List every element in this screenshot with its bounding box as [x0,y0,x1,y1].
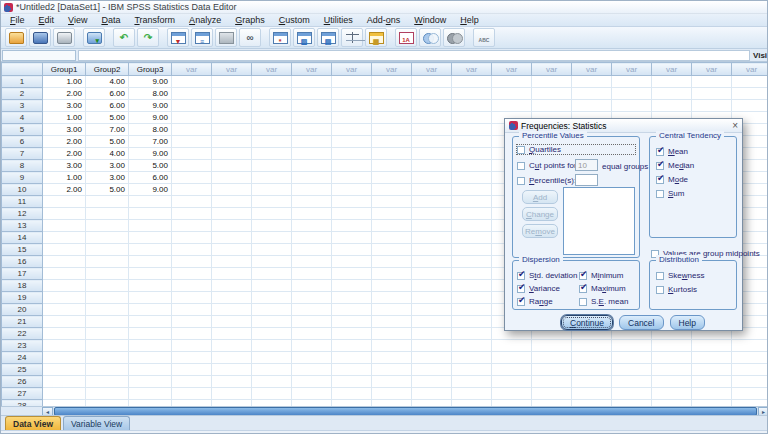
data-cell[interactable]: 1.00 [43,172,86,184]
data-cell[interactable] [532,76,572,88]
row-header[interactable]: 6 [2,136,43,148]
undo-button[interactable]: ↶ [113,28,135,47]
data-cell[interactable] [372,256,412,268]
data-cell[interactable] [212,388,252,400]
data-cell[interactable] [292,148,332,160]
data-cell[interactable] [732,100,768,112]
data-cell[interactable] [172,244,212,256]
data-cell[interactable] [292,388,332,400]
split-file-button[interactable]: ▤ [317,28,339,47]
data-cell[interactable] [332,76,372,88]
data-cell[interactable]: 7.00 [129,136,172,148]
data-cell[interactable] [412,376,452,388]
data-cell[interactable] [212,256,252,268]
data-cell[interactable] [412,352,452,364]
data-cell[interactable] [572,88,612,100]
data-cell[interactable]: 1.00 [43,112,86,124]
data-cell[interactable] [129,208,172,220]
data-cell[interactable] [332,232,372,244]
data-cell[interactable] [372,388,412,400]
percentiles-listbox[interactable] [563,187,635,255]
data-cell[interactable] [372,172,412,184]
data-cell[interactable] [332,304,372,316]
cut-points-checkbox[interactable]: Cut points for: [517,160,579,171]
data-cell[interactable] [532,364,572,376]
data-cell[interactable] [572,352,612,364]
data-cell[interactable] [372,268,412,280]
row-header[interactable]: 20 [2,304,43,316]
data-cell[interactable] [172,388,212,400]
menu-transform[interactable]: Transform [127,14,182,26]
data-cell[interactable] [43,196,86,208]
data-cell[interactable] [292,376,332,388]
column-header-var[interactable]: var [172,63,212,76]
data-cell[interactable] [332,208,372,220]
weight-cases-button[interactable] [341,28,363,47]
data-cell[interactable] [43,328,86,340]
data-cell[interactable] [492,76,532,88]
data-cell[interactable] [412,88,452,100]
data-cell[interactable] [492,364,532,376]
data-cell[interactable] [612,340,652,352]
data-cell[interactable] [172,184,212,196]
redo-button[interactable]: ↷ [137,28,159,47]
data-cell[interactable] [252,148,292,160]
data-cell[interactable] [532,88,572,100]
data-cell[interactable] [412,388,452,400]
data-cell[interactable] [43,292,86,304]
data-cell[interactable] [652,388,692,400]
data-cell[interactable] [172,364,212,376]
data-cell[interactable] [212,328,252,340]
data-cell[interactable] [692,376,732,388]
data-cell[interactable] [572,388,612,400]
data-cell[interactable] [172,280,212,292]
data-cell[interactable] [612,352,652,364]
data-cell[interactable] [372,316,412,328]
data-cell[interactable]: 3.00 [43,100,86,112]
data-cell[interactable] [452,148,492,160]
data-cell[interactable] [172,148,212,160]
column-header-group3[interactable]: Group3 [129,63,172,76]
data-cell[interactable] [732,76,768,88]
column-header-var[interactable]: var [212,63,252,76]
menu-view[interactable]: View [61,14,94,26]
data-cell[interactable] [412,280,452,292]
data-cell[interactable] [252,340,292,352]
data-cell[interactable] [372,364,412,376]
data-cell[interactable] [412,172,452,184]
data-cell[interactable] [292,244,332,256]
data-cell[interactable]: 7.00 [86,124,129,136]
data-cell[interactable] [86,388,129,400]
data-cell[interactable] [412,220,452,232]
data-cell[interactable] [292,184,332,196]
row-header[interactable]: 7 [2,148,43,160]
data-cell[interactable] [86,352,129,364]
data-cell[interactable] [43,220,86,232]
cancel-button[interactable]: Cancel [619,315,663,330]
data-cell[interactable] [332,88,372,100]
data-cell[interactable] [252,232,292,244]
column-header-var[interactable]: var [332,63,372,76]
std-deviation-checkbox[interactable]: Std. deviation [517,270,578,281]
data-cell[interactable] [212,196,252,208]
data-cell[interactable] [732,352,768,364]
data-cell[interactable] [572,376,612,388]
data-cell[interactable] [292,256,332,268]
data-cell[interactable] [372,292,412,304]
data-cell[interactable] [332,388,372,400]
data-cell[interactable] [412,184,452,196]
data-cell[interactable] [212,292,252,304]
data-cell[interactable] [172,172,212,184]
data-cell[interactable]: 1.00 [43,76,86,88]
mode-checkbox[interactable]: Mode [656,174,688,185]
data-cell[interactable] [372,88,412,100]
data-cell[interactable] [452,292,492,304]
data-cell[interactable] [452,208,492,220]
column-header-var[interactable]: var [692,63,732,76]
menu-graphs[interactable]: Graphs [228,14,272,26]
data-cell[interactable]: 5.00 [86,112,129,124]
data-cell[interactable] [412,136,452,148]
data-cell[interactable] [492,88,532,100]
data-cell[interactable]: 3.00 [86,160,129,172]
row-header[interactable]: 10 [2,184,43,196]
